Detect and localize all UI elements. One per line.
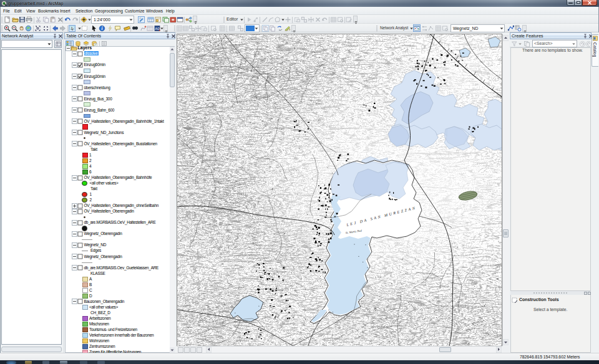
svg-text:A0: A0 xyxy=(155,26,160,30)
